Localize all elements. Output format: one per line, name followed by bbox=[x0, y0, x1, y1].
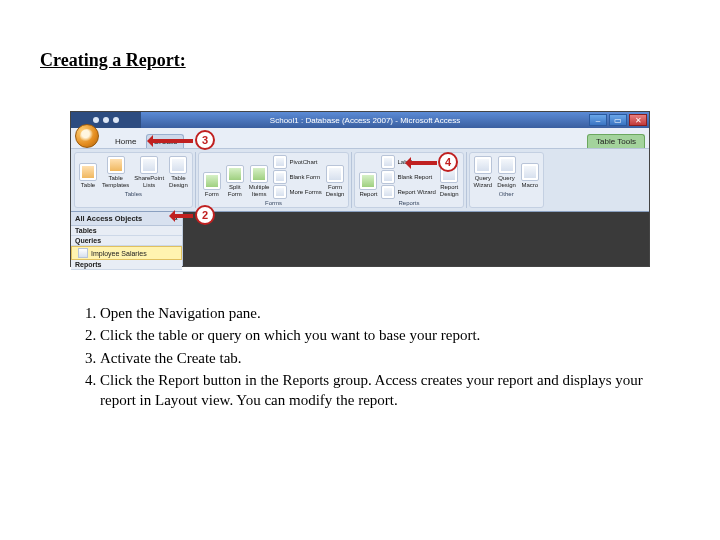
macro-button[interactable]: Macro bbox=[520, 162, 540, 190]
multiple-items-button[interactable]: Multiple Items bbox=[248, 164, 271, 199]
group-other: Query Wizard Query Design Macro Other bbox=[469, 152, 544, 208]
nav-category-reports[interactable]: Reports bbox=[71, 260, 182, 270]
callout-2-arrow bbox=[171, 214, 193, 218]
report-button[interactable]: Report bbox=[358, 171, 378, 199]
table-design-button[interactable]: Table Design bbox=[168, 155, 189, 190]
query-wizard-button[interactable]: Query Wizard bbox=[473, 155, 494, 190]
group-caption: Forms bbox=[202, 200, 346, 206]
nav-item-selected[interactable]: Imployee Salaries bbox=[71, 246, 182, 260]
step-1: Open the Navigation pane. bbox=[100, 303, 680, 323]
table-button[interactable]: Table bbox=[78, 162, 98, 190]
blank-form-icon bbox=[273, 170, 287, 184]
step-3: Activate the Create tab. bbox=[100, 348, 680, 368]
ribbon-tabs: Home Create Table Tools bbox=[71, 128, 649, 148]
more-forms-icon bbox=[273, 185, 287, 199]
nav-category-tables[interactable]: Tables bbox=[71, 226, 182, 236]
sharepoint-lists-button[interactable]: SharePoint Lists bbox=[133, 155, 165, 190]
form-design-button[interactable]: Form Design bbox=[325, 164, 346, 199]
design-icon bbox=[326, 165, 344, 183]
qat-icon bbox=[113, 117, 119, 123]
template-icon bbox=[107, 156, 125, 174]
table-icon bbox=[79, 163, 97, 181]
office-button-icon[interactable] bbox=[75, 124, 99, 148]
nav-category-queries[interactable]: Queries bbox=[71, 236, 182, 246]
group-caption: Tables bbox=[78, 191, 189, 197]
design-icon bbox=[498, 156, 516, 174]
instruction-steps: Open the Navigation pane. Click the tabl… bbox=[70, 303, 680, 410]
blank-report-button[interactable]: Blank Report bbox=[381, 170, 435, 184]
qat-icon bbox=[103, 117, 109, 123]
pivotchart-button[interactable]: PivotChart bbox=[273, 155, 321, 169]
blank-report-icon bbox=[381, 170, 395, 184]
sharepoint-icon bbox=[140, 156, 158, 174]
pivotchart-icon bbox=[273, 155, 287, 169]
minimize-button[interactable]: – bbox=[589, 114, 607, 126]
query-design-button[interactable]: Query Design bbox=[496, 155, 517, 190]
split-form-icon bbox=[226, 165, 244, 183]
wizard-icon bbox=[381, 185, 395, 199]
multiple-items-icon bbox=[250, 165, 268, 183]
group-tables: Table Table Templates SharePoint Lists T… bbox=[74, 152, 193, 208]
group-caption: Reports bbox=[358, 200, 459, 206]
wizard-icon bbox=[474, 156, 492, 174]
form-icon bbox=[203, 172, 221, 190]
table-templates-button[interactable]: Table Templates bbox=[101, 155, 130, 190]
split-form-button[interactable]: Split Form bbox=[225, 164, 245, 199]
window-titlebar: School1 : Database (Access 2007) - Micro… bbox=[71, 112, 649, 128]
design-icon bbox=[169, 156, 187, 174]
tab-table-tools[interactable]: Table Tools bbox=[587, 134, 645, 148]
access-screenshot: School1 : Database (Access 2007) - Micro… bbox=[70, 111, 650, 267]
callout-2: 2 bbox=[195, 205, 215, 225]
qat-icon bbox=[93, 117, 99, 123]
step-2: Click the table or query on which you wa… bbox=[100, 325, 680, 345]
close-button[interactable]: ✕ bbox=[629, 114, 647, 126]
callout-3: 3 bbox=[195, 130, 215, 150]
macro-icon bbox=[521, 163, 539, 181]
group-caption: Other bbox=[473, 191, 540, 197]
more-forms-button[interactable]: More Forms bbox=[273, 185, 321, 199]
callout-4: 4 bbox=[438, 152, 458, 172]
page-title: Creating a Report: bbox=[40, 50, 680, 71]
window-title: School1 : Database (Access 2007) - Micro… bbox=[141, 116, 589, 125]
step-4: Click the Report button in the Reports g… bbox=[100, 370, 680, 411]
report-icon bbox=[359, 172, 377, 190]
labels-icon bbox=[381, 155, 395, 169]
blank-form-button[interactable]: Blank Form bbox=[273, 170, 321, 184]
document-area bbox=[183, 212, 649, 266]
maximize-button[interactable]: ▭ bbox=[609, 114, 627, 126]
form-button[interactable]: Form bbox=[202, 171, 222, 199]
group-forms: Form Split Form Multiple Items PivotChar… bbox=[198, 152, 350, 208]
report-wizard-button[interactable]: Report Wizard bbox=[381, 185, 435, 199]
callout-3-arrow bbox=[149, 139, 193, 143]
tab-home[interactable]: Home bbox=[109, 135, 142, 148]
callout-4-arrow bbox=[407, 161, 437, 165]
query-icon bbox=[78, 248, 88, 258]
